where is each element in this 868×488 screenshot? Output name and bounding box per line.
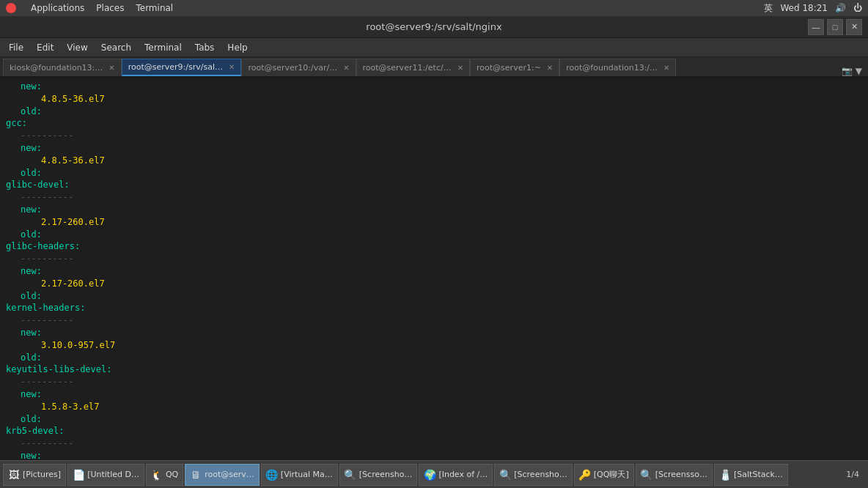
taskbar-label: [QQ聊天]: [594, 469, 629, 480]
terminal-text: new:: [21, 143, 42, 153]
tab-close-icon[interactable]: ✕: [108, 64, 114, 72]
terminal-text: new:: [21, 451, 42, 460]
terminal-text: 2.17-260.el7: [41, 217, 105, 227]
terminal-line: glibc-devel:: [6, 179, 862, 191]
terminal-line: ----------: [6, 191, 862, 204]
tab-close-icon[interactable]: ✕: [457, 64, 463, 72]
terminal-text: gcc:: [6, 118, 27, 128]
taskbar-item-tb10[interactable]: 🔍[Screensso…: [636, 464, 713, 486]
tab-tab5[interactable]: root@server1:~✕: [470, 59, 559, 76]
maximize-button[interactable]: □: [827, 19, 843, 35]
terminal-text: ----------: [21, 377, 73, 387]
tab-dropdown-icon[interactable]: ▼: [856, 66, 862, 76]
tab-tab2[interactable]: root@server9:/srv/sal…✕: [122, 59, 242, 76]
taskbar-icon: 🌍: [424, 469, 435, 481]
taskbar-item-tb1[interactable]: 🖼[Pictures]: [3, 464, 66, 486]
terminal-text: glibc-devel:: [6, 180, 70, 190]
tab-tab3[interactable]: root@server10:/var/…✕: [241, 59, 356, 76]
terminal-text: 4.8.5-36.el7: [41, 94, 105, 104]
taskbar-item-tb5[interactable]: 🌐[Virtual Ma…: [261, 464, 338, 486]
taskbar-item-tb3[interactable]: 🐧QQ: [146, 464, 183, 486]
terminal-text: ----------: [21, 130, 73, 141]
tab-close-icon[interactable]: ✕: [663, 64, 669, 72]
taskbar-item-tb8[interactable]: 🔍[Screensho…: [494, 464, 573, 486]
tab-label: kiosk@foundation13:…: [10, 63, 103, 73]
terminal-text: glibc-headers:: [6, 241, 80, 251]
menu-item-search[interactable]: Search: [95, 41, 137, 54]
terminal-line: old:: [6, 413, 862, 426]
close-button[interactable]: ✕: [846, 19, 862, 35]
terminal-line: krb5-devel:: [6, 425, 862, 437]
terminal-menu[interactable]: Terminal: [136, 3, 173, 13]
terminal-text: ----------: [21, 438, 73, 448]
taskbar-icon: 🖥: [190, 469, 202, 481]
system-bar-left: Applications Places Terminal: [6, 3, 173, 14]
terminal-line: ----------: [6, 314, 862, 327]
tab-tab1[interactable]: kiosk@foundation13:…✕: [3, 59, 122, 76]
terminal-line: keyutils-libs-devel:: [6, 363, 862, 376]
window-title: root@server9:/srv/salt/nginx: [366, 21, 501, 32]
tab-tab6[interactable]: root@foundation13:/…✕: [559, 59, 676, 76]
taskbar-icon: 🔑: [579, 469, 591, 481]
menu-item-terminal[interactable]: Terminal: [139, 41, 188, 54]
taskbar-label: [Index of /…: [438, 470, 488, 479]
terminal-text: kernel-headers:: [6, 303, 85, 313]
tab-close-icon[interactable]: ✕: [343, 64, 349, 72]
tab-close-icon[interactable]: ✕: [547, 64, 553, 72]
taskbar-label: QQ: [166, 470, 178, 479]
menu-item-view[interactable]: View: [61, 41, 93, 54]
system-bar: Applications Places Terminal 英 Wed 18:21…: [0, 0, 868, 16]
terminal-text: old:: [21, 106, 42, 117]
menu-item-file[interactable]: File: [3, 41, 29, 54]
taskbar-label: [SaltStack…: [734, 470, 783, 479]
taskbar-item-tb11[interactable]: 🧂[SaltStack…: [714, 464, 788, 486]
menu-item-tabs[interactable]: Tabs: [189, 41, 221, 54]
volume-icon[interactable]: 🔊: [835, 3, 846, 13]
terminal-text: ----------: [21, 254, 73, 264]
tab-label: root@foundation13:/…: [566, 63, 658, 73]
system-bar-right: 英 Wed 18:21 🔊 ⏻: [764, 2, 862, 15]
power-icon[interactable]: ⏻: [853, 3, 862, 13]
taskbar-item-tb6[interactable]: 🔍[Screensho…: [339, 464, 418, 486]
terminal-text: 2.17-260.el7: [41, 278, 105, 289]
tab-label: root@server11:/etc/…: [363, 63, 452, 73]
terminal-line: ----------: [6, 437, 862, 450]
terminal-text: new:: [21, 328, 42, 338]
applications-menu[interactable]: Applications: [31, 3, 84, 13]
terminal-text: old:: [21, 291, 42, 301]
minimize-button[interactable]: —: [808, 19, 824, 35]
taskbar-item-tb4[interactable]: 🖥root@serv…: [185, 464, 260, 486]
terminal-line: new:: [6, 327, 862, 339]
terminal-text: new:: [21, 266, 42, 276]
terminal-line: 4.8.5-36.el7: [6, 93, 862, 106]
taskbar-item-tb7[interactable]: 🌍[Index of /…: [419, 464, 493, 486]
terminal-line: old:: [6, 290, 862, 303]
terminal-line: new:: [6, 450, 862, 460]
window-controls: — □ ✕: [808, 19, 862, 35]
terminal-line: 1.5.8-3.el7: [6, 401, 862, 413]
terminal-line: kernel-headers:: [6, 302, 862, 314]
tab-camera-icon[interactable]: 📷: [842, 66, 853, 76]
menu-item-help[interactable]: Help: [221, 41, 253, 54]
terminal-line: ----------: [6, 130, 862, 142]
terminal-line: glibc-headers:: [6, 240, 862, 253]
tab-close-icon[interactable]: ✕: [229, 63, 235, 71]
taskbar-label: [Virtual Ma…: [281, 470, 333, 479]
places-menu[interactable]: Places: [96, 3, 124, 13]
tab-label: root@server1:~: [477, 63, 541, 73]
terminal-line: new:: [6, 265, 862, 278]
taskbar: 🖼[Pictures]📄[Untitled D…🐧QQ🖥root@serv…🌐[…: [0, 460, 868, 488]
taskbar-label: [Pictures]: [23, 470, 61, 479]
tab-tab4[interactable]: root@server11:/etc/…✕: [356, 59, 471, 76]
menu-bar: FileEditViewSearchTerminalTabsHelp: [0, 38, 868, 57]
terminal-text: old:: [21, 352, 42, 363]
taskbar-item-tb2[interactable]: 📄[Untitled D…: [67, 464, 144, 486]
menu-item-edit[interactable]: Edit: [31, 41, 59, 54]
taskbar-item-tb9[interactable]: 🔑[QQ聊天]: [574, 464, 634, 486]
taskbar-label: [Screensho…: [514, 470, 567, 479]
terminal-text: new:: [21, 81, 42, 92]
taskbar-icon: 🌐: [266, 469, 278, 481]
taskbar-icon: 📄: [73, 469, 84, 481]
terminal-text: 1.5.8-3.el7: [41, 402, 99, 412]
taskbar-label: [Screensho…: [359, 470, 413, 479]
